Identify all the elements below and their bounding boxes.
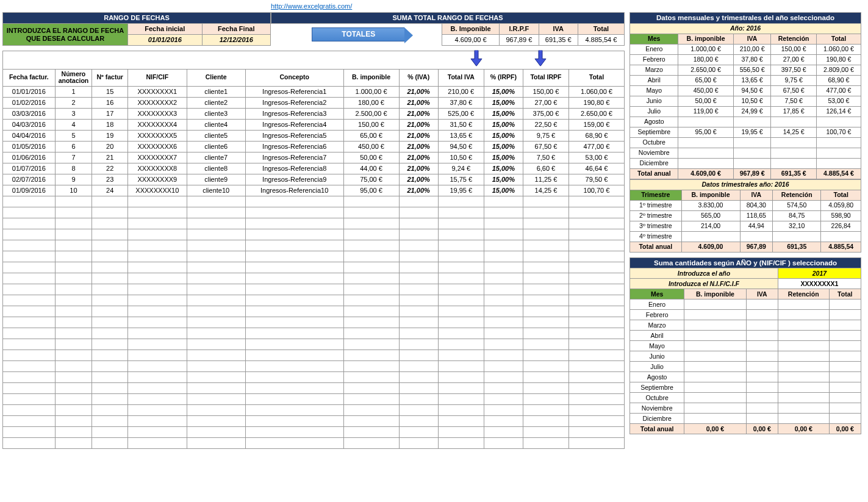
main-col-3: NIF/CIF bbox=[128, 69, 187, 86]
total-row: Total anual4.609,00 €967,89 €691,35 €4.8… bbox=[630, 168, 861, 179]
table-row bbox=[3, 371, 625, 382]
table-row: Noviembre bbox=[630, 148, 861, 158]
table-row: Agosto bbox=[630, 372, 861, 382]
quarterly-cols-2: IVA bbox=[740, 190, 773, 200]
nif-cols-2: IVA bbox=[746, 289, 778, 299]
main-col-11: Total bbox=[569, 69, 624, 86]
table-row: Octubre bbox=[630, 393, 861, 403]
table-row: 01/01/2016115XXXXXXXX1cliente1Ingresos-R… bbox=[3, 86, 625, 97]
table-row: 2º trimestre565,00118,6584,75598,90 bbox=[630, 210, 861, 221]
table-row: Diciembre bbox=[630, 158, 861, 168]
table-row bbox=[3, 415, 625, 426]
main-col-7: % (IVA) bbox=[399, 69, 438, 86]
table-row: 04/04/2016519XXXXXXXX5cliente5Ingresos-R… bbox=[3, 130, 625, 141]
table-row: Febrero bbox=[630, 310, 861, 320]
table-row: Diciembre bbox=[630, 414, 861, 424]
table-row: 01/09/20161024XXXXXXXX10cliente10Ingreso… bbox=[3, 185, 625, 196]
yearly-cols-3: Retención bbox=[771, 34, 816, 44]
nif-year-value[interactable]: 2017 bbox=[778, 268, 861, 279]
main-col-10: Total IRPF bbox=[523, 69, 569, 86]
table-row: 4º trimestre bbox=[630, 231, 861, 242]
yearly-cols-2: IVA bbox=[733, 34, 771, 44]
table-row: Julio119,00 €24,99 €17,85 €126,14 € bbox=[630, 106, 861, 117]
suma-col-2: IVA bbox=[539, 24, 578, 35]
table-row: 04/03/2016418XXXXXXXX4cliente4Ingresos-R… bbox=[3, 119, 625, 130]
table-row bbox=[3, 273, 625, 284]
table-row: 3º trimestre214,0044,9432,10226,84 bbox=[630, 221, 861, 231]
table-row bbox=[3, 426, 625, 437]
suma-total-box: SUMA TOTAL RANGO DE FECHAS TOTALES B. Im… bbox=[271, 12, 625, 46]
nif-table: Suma cantidades según AÑO y (NIF/CIF ) s… bbox=[629, 257, 861, 435]
yearly-cols-4: Total bbox=[816, 34, 861, 44]
table-row bbox=[3, 251, 625, 262]
quarterly-header: Datos trimestrales año: 2016 bbox=[630, 179, 861, 190]
table-row: 03/03/2016317XXXXXXXX3cliente3Ingresos-R… bbox=[3, 108, 625, 119]
table-row bbox=[3, 437, 625, 448]
table-row: 01/06/2016721XXXXXXXX7cliente7Ingresos-R… bbox=[3, 152, 625, 163]
nif-cols-1: B. imponible bbox=[684, 289, 746, 299]
nif-nif-value[interactable]: XXXXXXXX1 bbox=[778, 279, 861, 289]
table-row bbox=[3, 360, 625, 371]
main-col-1: Número anotacion bbox=[55, 69, 92, 86]
nif-header: Suma cantidades según AÑO y (NIF/CIF ) s… bbox=[630, 257, 861, 268]
table-row bbox=[3, 207, 625, 218]
rango-fechas-box: RANGO DE FECHAS INTRODUZCA EL RANGO DE F… bbox=[2, 12, 271, 46]
table-row bbox=[3, 382, 625, 393]
table-row: Octubre bbox=[630, 137, 861, 148]
table-row: Marzo2.650,00 €556,50 €397,50 €2.809,00 … bbox=[630, 65, 861, 75]
table-row: Enero1.000,00 €210,00 €150,00 €1.060,00 … bbox=[630, 44, 861, 54]
main-col-4: Cliente bbox=[187, 69, 245, 86]
fecha-final-value[interactable]: 12/12/2016 bbox=[202, 35, 270, 46]
suma-val-2: 691,35 € bbox=[539, 35, 578, 46]
main-col-6: B. imponible bbox=[343, 69, 399, 86]
yearly-cols-0: Mes bbox=[630, 34, 678, 44]
table-row bbox=[3, 262, 625, 273]
table-row: Agosto bbox=[630, 117, 861, 127]
table-row: Abril65,00 €13,65 €9,75 €68,90 € bbox=[630, 75, 861, 85]
fecha-final-label: Fecha Final bbox=[202, 24, 270, 35]
quarterly-cols-3: Retención bbox=[773, 190, 821, 200]
table-row: 02/07/2016923XXXXXXXX9cliente9Ingresos-R… bbox=[3, 174, 625, 185]
rango-header: RANGO DE FECHAS bbox=[3, 13, 271, 24]
total-row: Total anual4.609,00967,89691,354.885,54 bbox=[630, 242, 861, 252]
table-row bbox=[3, 229, 625, 240]
quarterly-cols-0: Trimestre bbox=[630, 190, 682, 200]
suma-col-3: Total bbox=[578, 24, 624, 35]
table-row: 01/05/2016620XXXXXXXX6cliente6Ingresos-R… bbox=[3, 141, 625, 152]
table-row: Enero bbox=[630, 299, 861, 310]
main-col-5: Concepto bbox=[245, 69, 343, 86]
table-row bbox=[3, 350, 625, 360]
top-link[interactable]: http://www.excelgratis.com/ bbox=[271, 2, 352, 10]
table-row bbox=[3, 393, 625, 404]
table-row: 1º trimestre3.830,00804,30574,504.059,80 bbox=[630, 200, 861, 210]
arrow-down-icon bbox=[470, 50, 483, 69]
table-row: 01/02/2016216XXXXXXXX2cliente2Ingresos-R… bbox=[3, 97, 625, 108]
table-row: Mayo450,00 €94,50 €67,50 €477,00 € bbox=[630, 85, 861, 96]
table-row bbox=[3, 196, 625, 207]
main-col-0: Fecha factur. bbox=[3, 69, 56, 86]
quarterly-cols-4: Total bbox=[821, 190, 861, 200]
table-row: 01/07/2016822XXXXXXXX8cliente8Ingresos-R… bbox=[3, 163, 625, 174]
main-col-2: Nº factur bbox=[92, 69, 128, 86]
arrow-down-icon bbox=[534, 50, 547, 69]
intro-text: INTRODUZCA EL RANGO DE FECHA QUE DESEA C… bbox=[3, 24, 128, 46]
table-row bbox=[3, 240, 625, 251]
table-row: Marzo bbox=[630, 320, 861, 331]
table-row: Noviembre bbox=[630, 403, 861, 414]
nif-cols-3: Retención bbox=[778, 289, 829, 299]
yearly-table: Datos mensuales y trimestrales del año s… bbox=[629, 12, 861, 179]
relacion-table: RELACIÓN DE INGRESOS DE FACTURAS EMITIDA… bbox=[2, 47, 625, 449]
table-row bbox=[3, 328, 625, 339]
table-row: Septiembre95,00 €19,95 €14,25 €100,70 € bbox=[630, 127, 861, 137]
table-row: Julio bbox=[630, 362, 861, 372]
table-row bbox=[3, 295, 625, 306]
totales-button[interactable]: TOTALES bbox=[312, 27, 404, 41]
nif-nif-label: Introduzca el N.I.F/C.I.F bbox=[630, 279, 778, 289]
main-col-9: % (IRPF) bbox=[484, 69, 523, 86]
suma-header: SUMA TOTAL RANGO DE FECHAS bbox=[271, 13, 625, 24]
table-row bbox=[3, 339, 625, 350]
yearly-year[interactable]: Año: 2016 bbox=[630, 23, 861, 34]
relacion-title: RELACIÓN DE INGRESOS DE FACTURAS EMITIDA… bbox=[3, 51, 625, 69]
total-row: Total anual0,00 €0,00 €0,00 €0,00 € bbox=[630, 424, 861, 434]
fecha-inicial-value[interactable]: 01/01/2016 bbox=[128, 35, 203, 46]
